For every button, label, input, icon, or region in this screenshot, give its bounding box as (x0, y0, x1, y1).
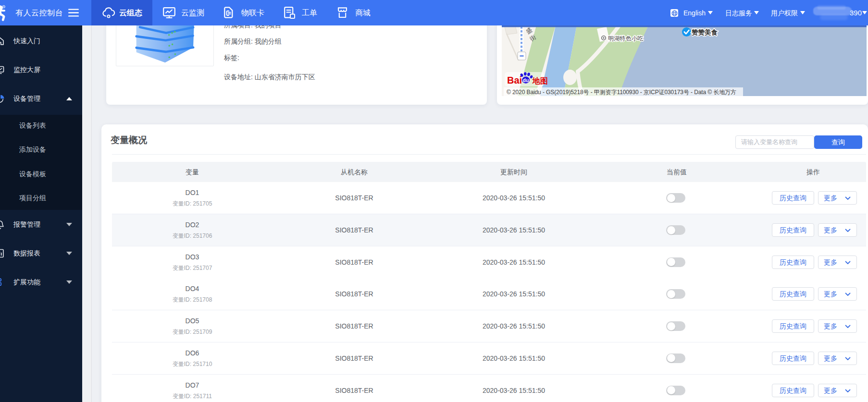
svg-text:© 2020 Baidu - GS(2019)5218号 -: © 2020 Baidu - GS(2019)5218号 - 甲测资字11009… (507, 89, 736, 96)
svg-text:地图: 地图 (532, 77, 548, 85)
svg-text:赞赞美食: 赞赞美食 (691, 28, 718, 36)
svg-text:Bai: Bai (507, 75, 522, 85)
svg-text:du: du (523, 77, 529, 83)
svg-text:明湖特色小吃: 明湖特色小吃 (608, 35, 644, 42)
